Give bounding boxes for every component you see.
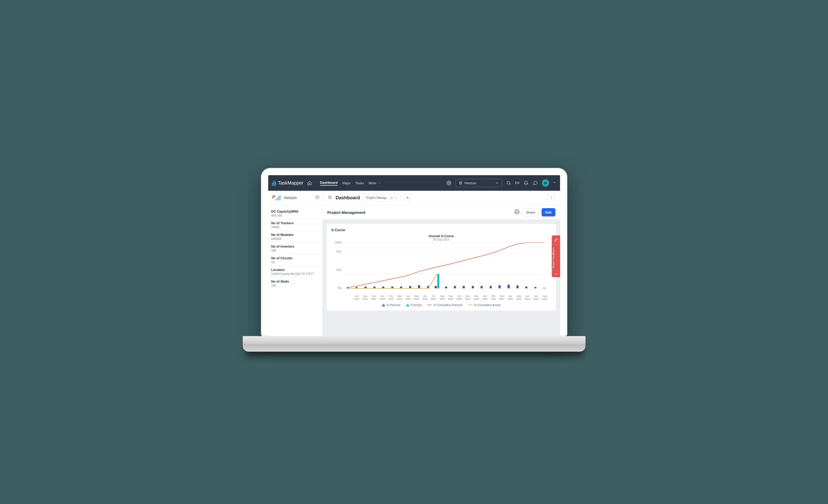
legend-label: % Cumulative Planned [433,303,462,306]
svg-point-1 [507,181,510,184]
add-dashboard-button[interactable] [404,194,412,202]
metric-item: DC Capacity(MW) 456.156 [271,208,319,219]
home-icon[interactable] [307,180,313,186]
y-tick: 80% [336,250,341,253]
svg-point-0 [448,182,450,184]
page-header: Dashboard Project Manag... ★ [323,191,560,205]
svg-point-10 [551,199,551,199]
app-logo: TaskMapper [272,180,303,186]
edit-button[interactable]: Edit [542,208,555,216]
main-area: Dashboard Project Manag... ★ Project Man… [323,191,560,336]
x-tick: Dec2023 [472,295,481,300]
x-tick: Jan2023 [378,295,386,300]
metric-label: No of Circuits [271,256,319,260]
bell-icon[interactable] [523,180,529,186]
line-cum-planned [348,243,544,287]
chevron-down-icon [495,181,499,185]
chevron-down-icon [395,196,398,199]
legend-item[interactable]: % Cumulative Planned [427,303,462,306]
x-tick: Oct2022 [353,295,361,300]
nav-dashboard[interactable]: Dashboard [320,181,338,185]
svg-rect-11 [515,212,518,214]
legend-bar-icon [382,303,385,306]
x-tick: Sep2023 [446,295,455,300]
metric-value: 105 [271,284,319,287]
x-tick: May2023 [412,295,421,300]
project-select[interactable]: Horizon [455,179,502,187]
sidebar-gear-icon[interactable] [315,195,319,200]
metric-label: No of Trackers [271,221,319,225]
legend-line-icon [427,305,432,305]
print-icon[interactable] [514,209,520,215]
project-select-label: Horizon [464,181,476,185]
chart-title: Overall S-Curve [331,234,551,238]
x-tick: Jun2024 [523,295,532,300]
nav-tasks[interactable]: Tasks [355,181,364,185]
avatar[interactable]: M [542,179,549,186]
line-cum-actual [348,274,437,288]
feedback-edit-icon [552,236,560,245]
avatar-chevron-icon[interactable] [553,181,556,185]
metric-value: 11423 County Rd 210 TX 77577 [271,272,319,276]
nav-more[interactable]: More [368,181,381,185]
metric-label: No of Skids [271,280,319,283]
metric-value: 456.156 [271,214,319,217]
x-tick: Mar2023 [395,295,404,300]
sidebar-header: Horizon [268,191,323,205]
metric-value: 10001 [271,225,319,228]
x-tick: Dec2022 [369,295,378,300]
metric-item: No of Modules 840084 [271,231,319,243]
metric-label: No of Invertors [271,245,319,248]
page-more-button[interactable] [548,194,555,202]
x-tick: Jun2023 [421,295,429,300]
chart-subtitle: 05 Sep 2023 [331,238,551,241]
metric-label: Location [271,268,319,272]
metric-value: 10 [271,260,319,264]
dashboard-tab[interactable]: Project Manag... ★ [363,194,401,202]
logo-icon [272,180,276,186]
gear-icon[interactable] [446,180,452,186]
sidebar: Horizon DC Capacity(MW) 456.156No of Tra… [268,191,323,336]
nav-more-label: More [368,181,376,185]
x-tick: Nov2023 [463,295,472,300]
section-header: Project Management Share Edit [323,205,560,220]
pin-icon: ★ [390,196,393,200]
language-toggle[interactable]: EN [515,181,520,185]
metric-item: No of Trackers 10001 [271,219,319,231]
chat-icon[interactable] [533,180,538,186]
search-icon[interactable] [506,180,511,186]
chevron-down-icon [378,181,381,184]
share-button[interactable]: Share [522,208,539,216]
legend-label: % Cumulative Actual [474,303,501,306]
legend-item[interactable]: % Actual [406,303,422,306]
y-tick: 40% [336,268,341,271]
feedback-label: Share feedback [552,245,560,271]
legend-bar-icon [406,303,409,306]
nav-maps[interactable]: Maps [342,181,350,185]
menu-icon[interactable] [327,195,333,201]
x-tick: Feb2023 [386,295,395,300]
metric-label: No of Modules [271,233,319,237]
x-tick: Jul2023 [429,295,438,300]
main-nav: Dashboard Maps Tasks More [320,181,381,185]
metric-label: DC Capacity(MW) [271,210,319,213]
feedback-more-icon: ··· [552,271,560,277]
x-tick: Nov2022 [361,295,369,300]
logo-text-a: Task [278,180,288,185]
metric-item: No of Circuits 10 [271,254,319,266]
sidebar-project-name: Horizon [284,196,313,200]
page-title: Dashboard [336,195,360,201]
y-tick: 100% [335,241,342,244]
x-tick: Aug2023 [438,295,446,300]
legend-item[interactable]: % Planned [382,303,400,306]
legend-label: % Planned [386,303,400,306]
x-tick: May2024 [514,295,523,300]
metric-item: No of Invertors 106 [271,243,319,254]
feedback-tab[interactable]: Share feedback ··· [552,236,560,277]
legend-item[interactable]: % Cumulative Actual [468,303,501,306]
dashboard-tab-label: Project Manag... [366,196,389,200]
metric-value: 840084 [271,237,319,240]
logo-text-b: Mapper [288,180,303,185]
svg-point-9 [551,198,551,198]
svg-point-2 [317,197,318,198]
